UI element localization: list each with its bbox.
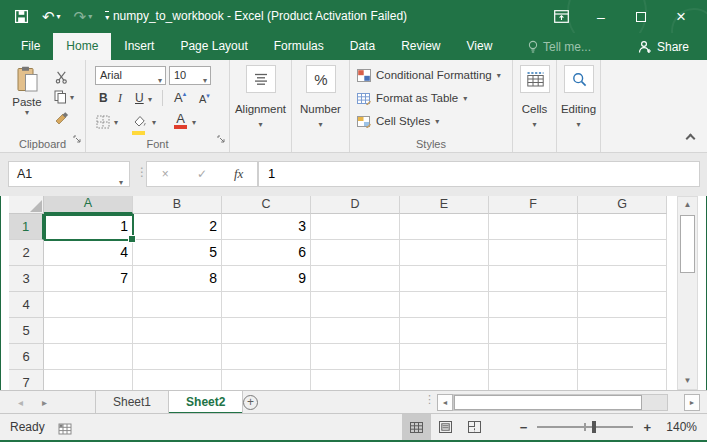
cell-D4[interactable] bbox=[311, 292, 400, 318]
cell-D6[interactable] bbox=[311, 344, 400, 370]
insert-function-button[interactable]: fx bbox=[220, 166, 257, 182]
paste-caret-icon[interactable]: ▾ bbox=[5, 108, 49, 117]
cell-A7[interactable] bbox=[44, 370, 133, 390]
sheet-tab-sheet2[interactable]: Sheet2 bbox=[169, 391, 243, 414]
page-layout-view-button[interactable] bbox=[431, 414, 460, 440]
column-header-G[interactable]: G bbox=[578, 196, 667, 214]
page-break-preview-button[interactable] bbox=[460, 414, 489, 440]
cells-iconbox[interactable] bbox=[520, 65, 550, 93]
font-family-select[interactable]: Arial▾ bbox=[95, 66, 166, 85]
horizontal-scroll-thumb[interactable] bbox=[454, 395, 642, 410]
normal-view-button[interactable] bbox=[402, 414, 431, 440]
select-all-corner[interactable] bbox=[9, 196, 44, 214]
font-color-caret-icon[interactable]: ▾ bbox=[192, 118, 196, 127]
cell-C5[interactable] bbox=[222, 318, 311, 344]
cell-G3[interactable] bbox=[578, 266, 667, 292]
close-button[interactable]: × bbox=[661, 0, 701, 33]
cell-C6[interactable] bbox=[222, 344, 311, 370]
cell-F7[interactable] bbox=[489, 370, 578, 390]
row-header-2[interactable]: 2 bbox=[9, 240, 44, 266]
borders-caret-icon[interactable]: ▾ bbox=[114, 118, 118, 127]
cell-E1[interactable] bbox=[400, 214, 489, 240]
cell-B4[interactable] bbox=[133, 292, 222, 318]
vertical-scrollbar[interactable]: ▲ ▼ bbox=[677, 196, 698, 390]
zoom-slider-thumb[interactable] bbox=[592, 421, 596, 433]
cell-B6[interactable] bbox=[133, 344, 222, 370]
font-size-caret-icon[interactable]: ▾ bbox=[203, 72, 207, 89]
copy-caret-icon[interactable]: ▾ bbox=[70, 93, 74, 102]
sheet-tab-sheet1[interactable]: Sheet1 bbox=[95, 391, 169, 414]
font-family-caret-icon[interactable]: ▾ bbox=[158, 72, 162, 89]
name-box-caret-icon[interactable]: ▾ bbox=[119, 171, 123, 195]
cell-C7[interactable] bbox=[222, 370, 311, 390]
cells-caret-icon[interactable]: ▾ bbox=[513, 120, 556, 129]
cell-D5[interactable] bbox=[311, 318, 400, 344]
number-iconbox[interactable]: % bbox=[306, 65, 336, 93]
cell-D2[interactable] bbox=[311, 240, 400, 266]
ribbon-group-editing[interactable]: Editing ▾ bbox=[557, 60, 601, 152]
zoom-level-label[interactable]: 140% bbox=[661, 420, 697, 434]
macro-record-button[interactable] bbox=[58, 421, 72, 439]
vertical-scroll-thumb[interactable] bbox=[680, 215, 695, 273]
cell-B5[interactable] bbox=[133, 318, 222, 344]
zoom-out-button[interactable]: − bbox=[520, 420, 528, 435]
cell-D1[interactable] bbox=[311, 214, 400, 240]
cell-A2[interactable]: 4 bbox=[44, 240, 133, 266]
maximize-button[interactable] bbox=[621, 0, 661, 33]
increase-font-size-button[interactable]: A▴ bbox=[174, 90, 186, 105]
horizontal-scrollbar[interactable] bbox=[453, 394, 668, 411]
cell-G5[interactable] bbox=[578, 318, 667, 344]
cell-C2[interactable]: 6 bbox=[222, 240, 311, 266]
cell-B2[interactable]: 5 bbox=[133, 240, 222, 266]
collapse-ribbon-button[interactable] bbox=[687, 128, 694, 146]
paste-button[interactable]: Paste ▾ bbox=[5, 66, 49, 117]
cell-A3[interactable]: 7 bbox=[44, 266, 133, 292]
cell-F2[interactable] bbox=[489, 240, 578, 266]
cell-B3[interactable]: 8 bbox=[133, 266, 222, 292]
cell-G1[interactable] bbox=[578, 214, 667, 240]
sheetbar-resize-dots[interactable]: ⋮ bbox=[424, 393, 435, 406]
cell-G2[interactable] bbox=[578, 240, 667, 266]
cell-G7[interactable] bbox=[578, 370, 667, 390]
tab-page-layout[interactable]: Page Layout bbox=[167, 33, 260, 60]
cell-F1[interactable] bbox=[489, 214, 578, 240]
cell-E5[interactable] bbox=[400, 318, 489, 344]
tell-me-box[interactable]: Tell me... bbox=[528, 33, 591, 60]
format-as-table-button[interactable]: Format as Table ▾ bbox=[357, 89, 467, 107]
undo-caret-icon[interactable]: ▾ bbox=[57, 12, 61, 21]
ribbon-group-alignment[interactable]: Alignment ▾ bbox=[230, 60, 292, 152]
underline-caret-icon[interactable]: ▾ bbox=[148, 95, 152, 104]
column-header-F[interactable]: F bbox=[489, 196, 578, 214]
cell-C3[interactable]: 9 bbox=[222, 266, 311, 292]
sheet-nav-right-button[interactable]: ▸ bbox=[42, 391, 47, 414]
cell-E3[interactable] bbox=[400, 266, 489, 292]
clipboard-dialog-launcher[interactable] bbox=[73, 130, 82, 148]
cell-F5[interactable] bbox=[489, 318, 578, 344]
minimize-button[interactable]: – bbox=[581, 0, 621, 33]
tab-home[interactable]: Home bbox=[53, 33, 111, 60]
editing-iconbox[interactable] bbox=[564, 65, 594, 93]
font-dialog-launcher[interactable] bbox=[217, 130, 226, 148]
column-header-E[interactable]: E bbox=[400, 196, 489, 214]
cell-G6[interactable] bbox=[578, 344, 667, 370]
cell-F4[interactable] bbox=[489, 292, 578, 318]
font-color-button[interactable]: A bbox=[174, 112, 187, 129]
cell-F3[interactable] bbox=[489, 266, 578, 292]
number-caret-icon[interactable]: ▾ bbox=[292, 120, 349, 129]
alignment-caret-icon[interactable]: ▾ bbox=[230, 120, 291, 129]
alignment-iconbox[interactable] bbox=[246, 65, 276, 93]
copy-button[interactable]: ▾ bbox=[54, 90, 74, 104]
cell-A1[interactable]: 1 bbox=[44, 214, 133, 240]
tab-file[interactable]: File bbox=[8, 33, 53, 60]
row-header-6[interactable]: 6 bbox=[9, 344, 44, 370]
cell-D3[interactable] bbox=[311, 266, 400, 292]
scroll-up-button[interactable]: ▲ bbox=[678, 197, 697, 213]
customize-quick-access-button[interactable]: ▾ bbox=[105, 11, 109, 22]
tab-data[interactable]: Data bbox=[337, 33, 388, 60]
tab-review[interactable]: Review bbox=[388, 33, 453, 60]
font-size-select[interactable]: 10▾ bbox=[169, 66, 211, 85]
tab-formulas[interactable]: Formulas bbox=[261, 33, 337, 60]
cell-G4[interactable] bbox=[578, 292, 667, 318]
cell-E6[interactable] bbox=[400, 344, 489, 370]
enter-button[interactable]: ✓ bbox=[184, 167, 221, 181]
